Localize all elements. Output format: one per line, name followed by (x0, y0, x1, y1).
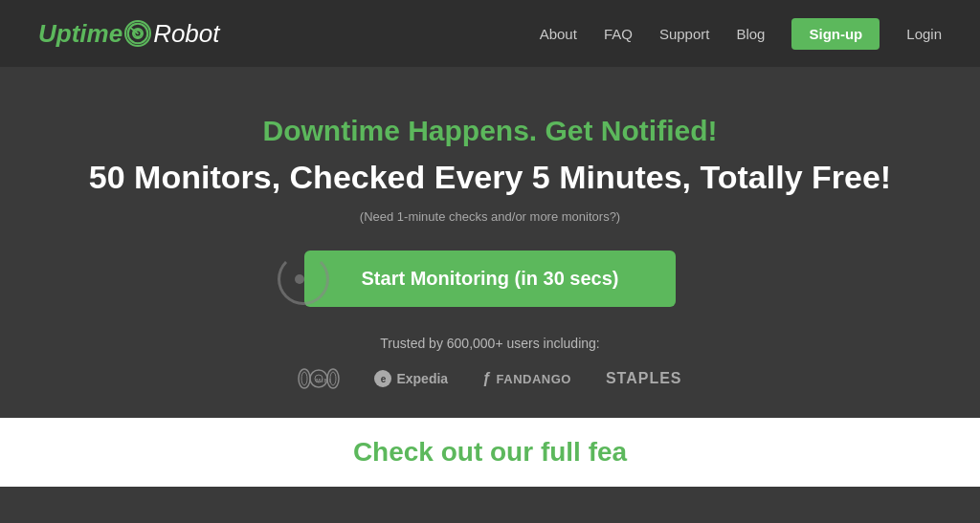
brand-mini: MINI (298, 368, 340, 389)
expedia-icon: e (374, 370, 391, 387)
logo-svg (126, 20, 149, 47)
cta-label: Start Monitoring (in 30 secs) (362, 268, 619, 290)
logo[interactable]: Uptime Robot (38, 19, 220, 49)
mini-svg: MINI (298, 368, 340, 389)
nav-support[interactable]: Support (659, 26, 710, 42)
hero-section: Downtime Happens. Get Notified! 50 Monit… (0, 67, 980, 418)
trusted-text: Trusted by 600,000+ users including: (380, 336, 599, 351)
nav-blog[interactable]: Blog (736, 26, 765, 42)
brand-staples: STAPLES (606, 370, 682, 387)
brand-expedia: e Expedia (374, 370, 448, 387)
bottom-strip: Check out our full fea (0, 418, 980, 487)
svg-point-1 (135, 31, 142, 37)
nav-about[interactable]: About (540, 26, 577, 42)
fandango-icon: ƒ (482, 370, 491, 387)
nav-faq[interactable]: FAQ (604, 26, 633, 42)
svg-point-4 (301, 372, 307, 385)
svg-point-0 (128, 24, 148, 44)
nav-signup[interactable]: Sign-up (791, 18, 880, 50)
start-monitoring-button[interactable]: Start Monitoring (in 30 secs) (304, 251, 677, 307)
bottom-headline: Check out our full fea (353, 437, 627, 468)
fandango-label: FANDANGO (497, 372, 571, 386)
hero-subtext: (Need 1-minute checks and/or more monito… (360, 209, 620, 224)
logo-uptime: Uptime (38, 19, 122, 49)
logo-icon (124, 20, 151, 47)
svg-text:MINI: MINI (316, 378, 332, 383)
staples-label: STAPLES (606, 370, 682, 386)
hero-headline: 50 Monitors, Checked Every 5 Minutes, To… (89, 159, 891, 196)
header: Uptime Robot About FAQ Support Blog Sign… (0, 0, 980, 67)
svg-line-2 (130, 28, 138, 33)
logo-robot: Robot (153, 19, 219, 49)
hero-tagline: Downtime Happens. Get Notified! (262, 115, 717, 147)
brand-logos: MINI e Expedia ƒ FANDANGO STAPLES (298, 368, 681, 389)
expedia-label: Expedia (396, 371, 448, 386)
main-nav: About FAQ Support Blog Sign-up Login (540, 18, 942, 50)
brand-fandango: ƒ FANDANGO (482, 370, 571, 387)
nav-login[interactable]: Login (906, 26, 942, 42)
